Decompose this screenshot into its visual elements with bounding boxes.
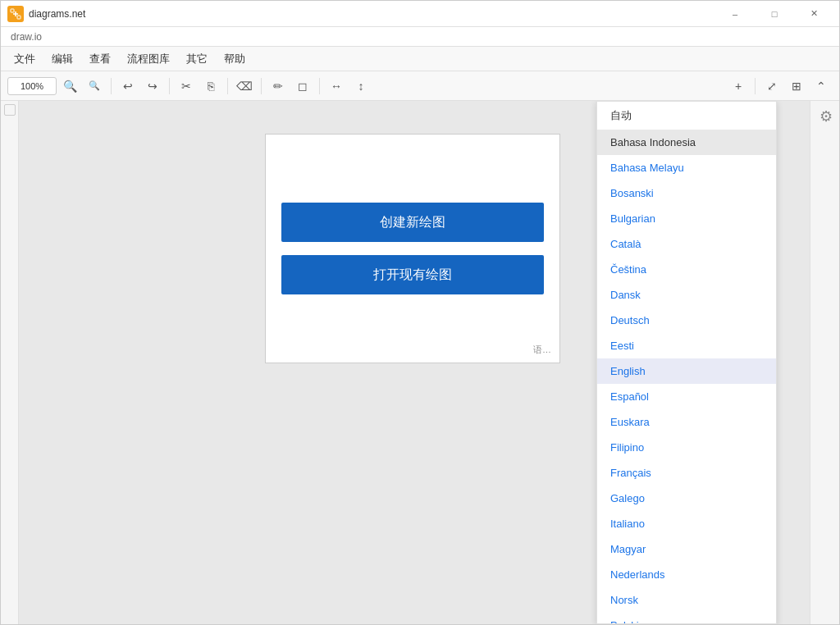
title-bar: diagrams.net – □ ✕: [1, 1, 839, 27]
lang-bahasa-indonesia[interactable]: Bahasa Indonesia: [597, 130, 776, 155]
lang-magyar[interactable]: Magyar: [597, 536, 776, 562]
file-bar: draw.io: [1, 27, 839, 47]
gear-icon[interactable]: ⚙: [819, 107, 833, 125]
zoom-in-button[interactable]: 🔍: [58, 75, 81, 98]
lang-norsk[interactable]: Norsk: [597, 587, 776, 613]
panel-button[interactable]: ⊞: [785, 75, 808, 98]
app-title: diagrams.net: [29, 8, 716, 20]
menu-file[interactable]: 文件: [7, 50, 42, 68]
file-name: draw.io: [11, 31, 42, 43]
delete-button[interactable]: ⌫: [233, 75, 256, 98]
toolbar-sep-1: [111, 78, 112, 94]
zoom-input[interactable]: [7, 77, 57, 95]
right-sidebar: ⚙: [810, 101, 839, 624]
collapse-button[interactable]: ⌃: [810, 75, 833, 98]
lang-italiano[interactable]: Italiano: [597, 511, 776, 536]
toolbar: 🔍 🔍 ↩ ↪ ✂ ⎘ ⌫ ✏ ◻ ↔ ↕ + ⤢ ⊞ ⌃: [1, 71, 839, 101]
left-arrow-button[interactable]: ↔: [325, 75, 348, 98]
shape-button[interactable]: ◻: [291, 75, 314, 98]
create-new-button[interactable]: 创建新绘图: [281, 203, 544, 242]
close-button[interactable]: ✕: [795, 1, 833, 27]
right-arrow-button[interactable]: ↕: [349, 75, 372, 98]
undo-button[interactable]: ↩: [116, 75, 139, 98]
lang-dansk[interactable]: Dansk: [597, 282, 776, 308]
main-window: diagrams.net – □ ✕ draw.io 文件 编辑 查看 流程图库…: [0, 0, 840, 625]
menu-diagrams[interactable]: 流程图库: [121, 50, 176, 68]
add-button[interactable]: +: [727, 75, 750, 98]
lang-deutsch[interactable]: Deutsch: [597, 308, 776, 333]
toolbar-sep-4: [261, 78, 262, 94]
toolbar-sep-2: [169, 78, 170, 94]
toolbar-sep-3: [227, 78, 228, 94]
lang-espanol[interactable]: Español: [597, 384, 776, 409]
lang-francais[interactable]: Français: [597, 460, 776, 486]
canvas-area: 创建新绘图 打开现有绘图 语… 自动 Bahasa Indonesia Baha…: [19, 101, 810, 624]
lang-cestina[interactable]: Čeština: [597, 257, 776, 282]
lang-nederlands[interactable]: Nederlands: [597, 562, 776, 587]
menu-bar: 文件 编辑 查看 流程图库 其它 帮助: [1, 47, 839, 71]
left-sidebar-btn[interactable]: [4, 104, 16, 116]
open-existing-button[interactable]: 打开现有绘图: [281, 255, 544, 294]
app-icon: [7, 6, 24, 22]
lang-english[interactable]: English: [597, 358, 776, 384]
menu-other[interactable]: 其它: [180, 50, 214, 68]
cut-button[interactable]: ✂: [175, 75, 198, 98]
minimize-button[interactable]: –: [716, 1, 754, 27]
maximize-button[interactable]: □: [756, 1, 793, 27]
menu-help[interactable]: 帮助: [217, 50, 252, 68]
left-sidebar: [1, 101, 19, 624]
toolbar-sep-5: [319, 78, 320, 94]
lang-polski[interactable]: Polski: [597, 613, 776, 624]
expand-button[interactable]: ⤢: [760, 75, 783, 98]
canvas-panel: 创建新绘图 打开现有绘图 语…: [265, 134, 560, 363]
lang-bahasa-melayu[interactable]: Bahasa Melayu: [597, 155, 776, 180]
copy-button[interactable]: ⎘: [199, 75, 222, 98]
lang-filipino[interactable]: Filipino: [597, 435, 776, 460]
pen-button[interactable]: ✏: [267, 75, 290, 98]
redo-button[interactable]: ↪: [141, 75, 164, 98]
lang-euskara[interactable]: Euskara: [597, 409, 776, 435]
window-controls: – □ ✕: [716, 1, 833, 27]
lang-auto[interactable]: 自动: [597, 102, 776, 130]
lang-galego[interactable]: Galego: [597, 486, 776, 511]
menu-edit[interactable]: 编辑: [45, 50, 80, 68]
lang-bosanski[interactable]: Bosanski: [597, 180, 776, 206]
main-area: 创建新绘图 打开现有绘图 语… 自动 Bahasa Indonesia Baha…: [1, 101, 839, 624]
lang-catala[interactable]: Català: [597, 231, 776, 257]
menu-view[interactable]: 查看: [83, 50, 117, 68]
language-dropdown[interactable]: 自动 Bahasa Indonesia Bahasa Melayu Bosans…: [596, 101, 777, 624]
lang-eesti[interactable]: Eesti: [597, 333, 776, 358]
lang-bulgarian[interactable]: Bulgarian: [597, 206, 776, 231]
zoom-out-button[interactable]: 🔍: [83, 75, 106, 98]
toolbar-sep-6: [755, 78, 756, 94]
canvas-note: 语…: [533, 344, 551, 356]
